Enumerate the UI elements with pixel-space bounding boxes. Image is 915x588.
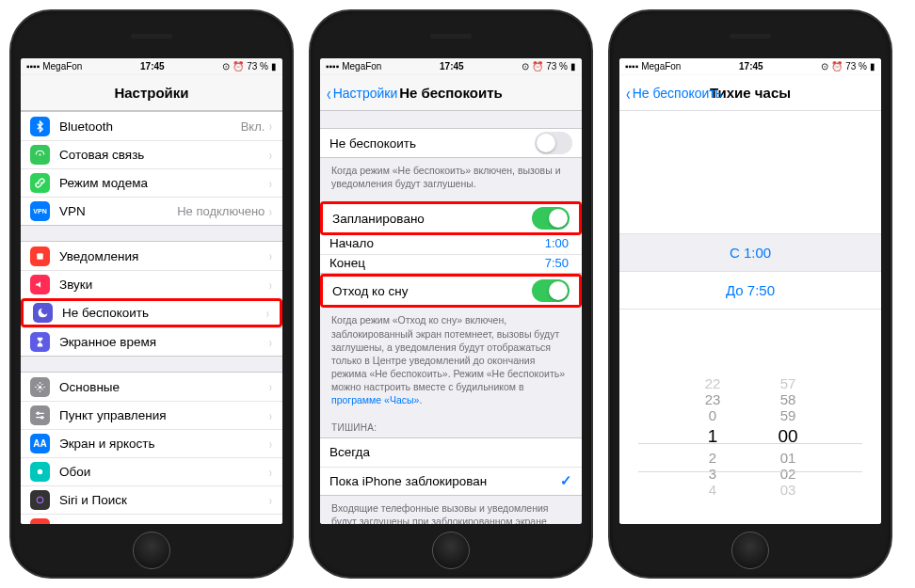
wheel-value: 58 bbox=[780, 391, 796, 407]
wheel-value: 22 bbox=[705, 375, 721, 391]
home-button[interactable] bbox=[731, 532, 769, 569]
wheel-value: 23 bbox=[705, 391, 721, 407]
hour-wheel[interactable]: 22 23 0 1 2 3 4 bbox=[675, 375, 750, 524]
row-dnd-toggle[interactable]: Не беспокоить bbox=[320, 129, 582, 157]
hourglass-icon bbox=[30, 332, 50, 352]
vpn-icon: VPN bbox=[30, 201, 50, 221]
minute-wheel[interactable]: 57 58 59 00 01 02 03 bbox=[750, 375, 826, 524]
to-selector[interactable]: До 7:50 bbox=[619, 271, 881, 310]
chevron-right-icon: › bbox=[269, 379, 272, 394]
home-button[interactable] bbox=[432, 532, 470, 569]
row-notifications[interactable]: Уведомления › bbox=[21, 242, 282, 270]
status-bar: ▪▪▪▪ MegaFon 17:45 ⊙ ⏰ 73 % ▮ bbox=[619, 58, 881, 75]
nav-title: Не беспокоить bbox=[399, 85, 503, 101]
row-cellular[interactable]: Сотовая связь › bbox=[21, 140, 282, 168]
chevron-right-icon: › bbox=[269, 335, 272, 350]
row-always[interactable]: Всегда bbox=[320, 438, 582, 467]
row-dnd[interactable]: Не беспокоить › bbox=[21, 298, 282, 327]
wheel-selected: 1 bbox=[708, 423, 718, 450]
lock-icon: ⊙ bbox=[821, 61, 828, 72]
chevron-right-icon: › bbox=[269, 493, 272, 508]
row-bluetooth[interactable]: Bluetooth Вкл. › bbox=[21, 112, 282, 140]
row-label: Экранное время bbox=[59, 335, 268, 349]
quiet-hours-content: С 1:00 До 7:50 22 23 0 1 2 3 4 57 58 59 bbox=[619, 111, 881, 524]
notifications-icon bbox=[30, 246, 50, 266]
wallpaper-icon bbox=[30, 462, 50, 482]
row-wallpaper[interactable]: Обои › bbox=[21, 457, 282, 485]
chevron-left-icon: ‹ bbox=[327, 84, 331, 103]
svg-point-5 bbox=[38, 469, 42, 474]
screen-dnd: ▪▪▪▪ MegaFon 17:45 ⊙ ⏰ 73 % ▮ ‹ Настройк… bbox=[320, 58, 582, 524]
settings-content[interactable]: Bluetooth Вкл. › Сотовая связь › Режим м… bbox=[21, 111, 282, 524]
alarm-icon: ⏰ bbox=[532, 61, 543, 72]
chevron-right-icon: › bbox=[269, 465, 272, 480]
lock-icon: ⊙ bbox=[222, 61, 230, 72]
screen-quiet-hours: ▪▪▪▪ MegaFon 17:45 ⊙ ⏰ 73 % ▮ ‹ Не беспо… bbox=[619, 58, 881, 524]
back-button[interactable]: ‹ Настройки bbox=[326, 84, 397, 103]
wheel-selected: 00 bbox=[778, 423, 797, 450]
nav-title: Настройки bbox=[114, 85, 188, 101]
row-display[interactable]: AA Экран и яркость › bbox=[21, 429, 282, 457]
dnd-content[interactable]: Не беспокоить Когда режим «Не беспокоить… bbox=[320, 111, 582, 524]
chevron-right-icon: › bbox=[269, 119, 272, 134]
dnd-toggle[interactable] bbox=[535, 132, 572, 154]
back-label: Настройки bbox=[333, 86, 398, 101]
footer-text: Входящие телефонные вызовы и уведомления… bbox=[320, 496, 582, 524]
clock-app-link[interactable]: программе «Часы» bbox=[331, 394, 419, 405]
moon-icon bbox=[33, 303, 53, 323]
status-time: 17:45 bbox=[381, 61, 522, 72]
chevron-right-icon: › bbox=[269, 408, 272, 423]
chevron-right-icon: › bbox=[269, 204, 272, 219]
gear-icon bbox=[30, 377, 50, 397]
row-label: Всегда bbox=[329, 445, 572, 459]
row-bedtime[interactable]: Отход ко сну bbox=[323, 277, 579, 305]
battery-icon: ▮ bbox=[570, 61, 576, 72]
row-label: Пока iPhone заблокирован bbox=[329, 474, 560, 488]
svg-point-2 bbox=[39, 385, 41, 388]
status-time: 17:45 bbox=[681, 61, 821, 72]
status-bar: ▪▪▪▪ MegaFon 17:45 ⊙ ⏰ 73 % ▮ bbox=[320, 58, 582, 75]
wheel-value: 02 bbox=[780, 466, 796, 482]
row-touchid[interactable]: Touch ID и код-пароль › bbox=[21, 514, 282, 524]
nav-bar: ‹ Настройки Не беспокоить bbox=[320, 75, 582, 111]
row-siri[interactable]: Siri и Поиск › bbox=[21, 485, 282, 514]
nav-bar: Настройки bbox=[21, 75, 282, 111]
signal-icon: ▪▪▪▪ bbox=[26, 61, 40, 72]
lock-icon: ⊙ bbox=[522, 61, 529, 72]
home-button[interactable] bbox=[133, 532, 170, 569]
row-screentime[interactable]: Экранное время › bbox=[21, 327, 282, 356]
carrier-text: MegaFon bbox=[641, 61, 681, 72]
signal-icon: ▪▪▪▪ bbox=[326, 61, 339, 72]
row-while-locked[interactable]: Пока iPhone заблокирован ✓ bbox=[320, 467, 582, 495]
row-sounds[interactable]: Звуки › bbox=[21, 270, 282, 298]
chevron-left-icon: ‹ bbox=[626, 84, 631, 103]
bedtime-toggle[interactable] bbox=[532, 279, 570, 302]
row-hotspot[interactable]: Режим модема › bbox=[21, 168, 282, 197]
row-value: Не подключено bbox=[177, 204, 265, 218]
row-to[interactable]: Конец 7:50 bbox=[320, 254, 582, 273]
back-button[interactable]: ‹ Не беспокоить bbox=[625, 84, 722, 103]
battery-text: 73 % bbox=[845, 61, 867, 72]
bluetooth-icon bbox=[30, 117, 50, 136]
row-from[interactable]: Начало 1:00 bbox=[320, 235, 582, 254]
row-label: Сотовая связь bbox=[59, 148, 268, 162]
svg-point-3 bbox=[37, 412, 39, 414]
svg-rect-1 bbox=[37, 253, 43, 260]
wheel-value: 01 bbox=[780, 450, 796, 466]
scheduled-toggle[interactable] bbox=[532, 207, 570, 230]
time-picker[interactable]: 22 23 0 1 2 3 4 57 58 59 00 01 02 03 bbox=[619, 375, 881, 524]
footer-text: Когда режим «Не беспокоить» включен, выз… bbox=[320, 158, 582, 192]
nav-bar: ‹ Не беспокоить Тихие часы bbox=[619, 75, 881, 111]
status-bar: ▪▪▪▪ MegaFon 17:45 ⊙ ⏰ 73 % ▮ bbox=[21, 58, 282, 75]
from-selector[interactable]: С 1:00 bbox=[619, 233, 881, 271]
row-vpn[interactable]: VPN VPN Не подключено › bbox=[21, 197, 282, 225]
row-control-center[interactable]: Пункт управления › bbox=[21, 401, 282, 429]
row-general[interactable]: Основные › bbox=[21, 373, 282, 401]
row-label: Touch ID и код-пароль bbox=[59, 521, 268, 524]
chevron-right-icon: › bbox=[269, 248, 272, 263]
chevron-right-icon: › bbox=[269, 437, 272, 452]
battery-text: 73 % bbox=[546, 61, 568, 72]
chevron-right-icon: › bbox=[269, 278, 272, 293]
svg-point-0 bbox=[39, 153, 40, 155]
row-scheduled[interactable]: Запланировано bbox=[323, 204, 579, 232]
